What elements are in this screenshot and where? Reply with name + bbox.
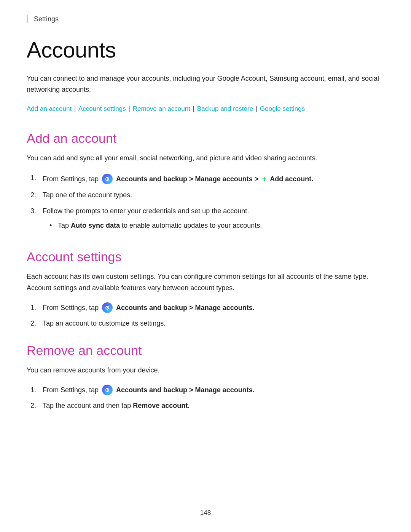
settings-icon-svg-3 [104, 387, 111, 393]
list-item: Tap the account and then tap Remove acco… [30, 400, 384, 412]
separator-1: | [72, 105, 78, 112]
nav-link-backup-restore[interactable]: Backup and restore [197, 105, 253, 112]
svg-point-5 [107, 307, 108, 308]
green-plus-icon: ＋ [260, 174, 268, 183]
nav-links: Add an account | Account settings | Remo… [27, 104, 384, 115]
page-title: Accounts [27, 37, 384, 62]
separator-2: | [127, 105, 132, 112]
section-desc-add-account: You can add and sync all your email, soc… [27, 153, 384, 164]
svg-point-2 [107, 179, 108, 180]
section-desc-account-settings: Each account has its own custom settings… [27, 271, 384, 294]
settings-icon-2 [102, 302, 113, 313]
nav-link-add-account[interactable]: Add an account [27, 105, 72, 112]
breadcrumb: Settings [27, 15, 384, 23]
list-item-content: Tap the account and then tap Remove acco… [43, 400, 384, 412]
list-item: From Settings, tap [30, 385, 384, 396]
bold-accounts-backup-3: Accounts and backup > Manage accounts. [116, 386, 255, 394]
sub-list-text: Tap Auto sync data to enable automatic u… [58, 220, 262, 232]
nav-link-account-settings[interactable]: Account settings [78, 105, 126, 112]
section-title-add-account: Add an account [27, 131, 384, 146]
section-title-account-settings: Account settings [27, 249, 384, 264]
settings-icon-3 [102, 385, 113, 395]
separator-4: | [254, 105, 259, 112]
list-item-content: From Settings, tap [43, 385, 384, 396]
list-item: Tap an account to customize its settings… [30, 318, 384, 329]
page-container: Settings Accounts You can connect to and… [0, 0, 411, 456]
account-settings-list: From Settings, tap [27, 302, 384, 329]
intro-text: You can connect to and manage your accou… [27, 73, 384, 95]
nav-link-remove-account[interactable]: Remove an account [133, 105, 190, 112]
section-add-account: Add an account You can add and sync all … [27, 131, 384, 236]
sub-list: Tap Auto sync data to enable automatic u… [43, 220, 384, 232]
settings-icon-svg-2 [104, 304, 111, 311]
list-item-content: Tap an account to customize its settings… [43, 318, 384, 329]
list-item: Follow the prompts to enter your credent… [30, 206, 384, 236]
page-number: 148 [0, 509, 411, 517]
settings-icon [102, 174, 113, 184]
settings-icon-svg [104, 176, 111, 182]
sub-list-item: Tap Auto sync data to enable automatic u… [49, 220, 384, 232]
list-item: From Settings, tap [30, 173, 384, 185]
add-account-bold: Add account. [270, 175, 313, 183]
list-item: Tap one of the account types. [30, 190, 384, 201]
add-account-list: From Settings, tap [27, 173, 384, 236]
bold-accounts-backup-2: Accounts and backup > Manage accounts. [116, 304, 255, 312]
section-account-settings: Account settings Each account has its ow… [27, 249, 384, 329]
section-remove-account: Remove an account You can remove account… [27, 343, 384, 412]
remove-account-list: From Settings, tap [27, 385, 384, 412]
list-item-content: Tap one of the account types. [43, 190, 384, 201]
list-item: From Settings, tap [30, 302, 384, 314]
nav-link-google-settings[interactable]: Google settings [260, 105, 305, 112]
section-desc-remove-account: You can remove accounts from your device… [27, 365, 384, 376]
list-item-content: Follow the prompts to enter your credent… [43, 206, 384, 236]
list-item-content: From Settings, tap [43, 173, 384, 185]
section-title-remove-account: Remove an account [27, 343, 384, 358]
list-item-content: From Settings, tap [43, 302, 384, 314]
bold-accounts-backup-1: Accounts and backup > Manage accounts > [116, 175, 258, 183]
svg-point-8 [107, 389, 108, 391]
separator-3: | [191, 105, 196, 112]
